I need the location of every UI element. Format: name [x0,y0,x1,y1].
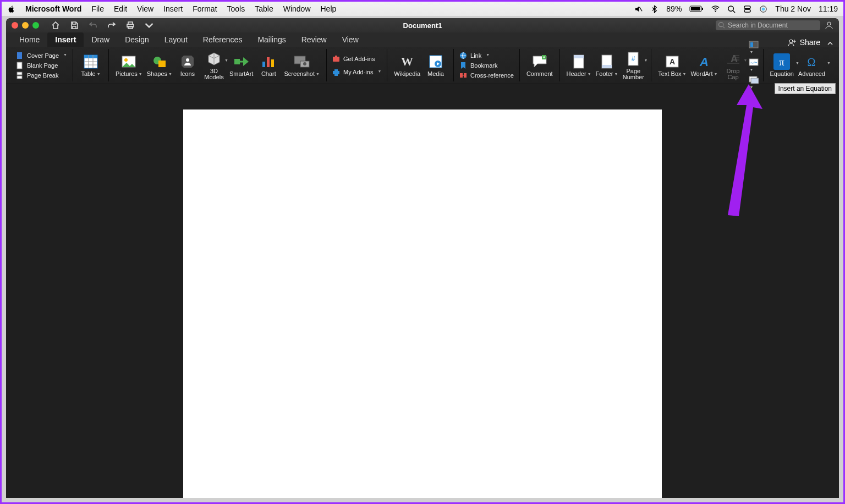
apple-icon[interactable] [7,5,15,13]
word-window: Document1 Search in Document Home Insert… [6,18,839,498]
table-button[interactable]: Table▼ [78,53,104,78]
menubar-time[interactable]: 11:19 [819,4,838,13]
menubar-date[interactable]: Thu 2 Nov [775,4,811,13]
bluetooth-icon[interactable] [650,5,659,13]
control-center-icon[interactable] [743,5,751,13]
wordart-button[interactable]: AWordArt▼ [688,53,720,78]
wikipedia-button[interactable]: WWikipedia [392,53,422,77]
group-links: Link▼ Bookmark Cross-reference [454,49,520,81]
icons-icon [179,53,196,70]
quick-parts-icon[interactable]: ▼ [749,41,759,55]
collapse-ribbon-icon[interactable] [827,40,833,47]
menu-insert[interactable]: Insert [163,4,183,13]
blank-page-button[interactable]: Blank Page [15,61,68,70]
group-header-footer: Header▼ Footer▼ #Page Number▼ [560,49,652,81]
chart-icon [260,53,277,70]
save-icon[interactable] [70,21,79,30]
mute-icon[interactable] [634,5,643,13]
svg-rect-31 [158,61,166,67]
close-window-button[interactable] [12,22,18,29]
tab-references[interactable]: References [195,32,250,47]
search-placeholder: Search in Document [728,21,788,29]
menu-help[interactable]: Help [321,4,337,13]
minimize-window-button[interactable] [22,22,29,29]
footer-button[interactable]: Footer▼ [594,53,621,78]
media-button[interactable]: Media [422,53,449,77]
tab-review[interactable]: Review [294,32,334,47]
my-addins-button[interactable]: My Add-ins▼ [331,68,382,76]
svg-text:π: π [780,56,785,68]
group-comment: Comment [520,49,560,81]
icons-button[interactable]: Icons [174,53,201,77]
comment-button[interactable]: Comment [524,53,555,77]
link-button[interactable]: Link▼ [458,51,515,60]
svg-point-10 [762,7,765,10]
share-button[interactable]: Share [788,38,820,47]
cover-page-button[interactable]: Cover Page▼ [15,51,68,60]
object-icon[interactable]: ▼ [749,76,759,90]
app-name[interactable]: Microsoft Word [25,4,81,13]
spotlight-icon[interactable] [727,5,736,13]
tab-draw[interactable]: Draw [84,32,117,47]
group-symbols: π Equation ▼ Ω Advanced ▼ [764,49,832,81]
signature-line-icon[interactable]: ▼ [749,58,759,73]
tab-insert[interactable]: Insert [47,32,84,47]
advanced-symbol-button[interactable]: Ω Advanced ▼ [796,53,827,77]
svg-text:A: A [731,53,738,64]
tab-view[interactable]: View [334,32,366,47]
document-page[interactable] [183,109,662,498]
print-icon[interactable] [126,21,135,30]
page-break-button[interactable]: Page Break [15,71,68,80]
3d-models-button[interactable]: 3D Models▼ [201,51,227,80]
table-icon [83,53,99,70]
document-area[interactable] [6,100,839,498]
menu-file[interactable]: File [91,4,104,13]
comment-icon [531,53,548,70]
menu-view[interactable]: View [137,4,153,13]
window-titlebar: Document1 Search in Document [6,18,839,32]
tab-mailings[interactable]: Mailings [250,32,293,47]
shapes-icon [151,53,168,70]
wifi-icon[interactable] [711,5,720,13]
svg-point-16 [827,22,831,25]
menu-table[interactable]: Table [255,4,273,13]
tab-layout[interactable]: Layout [157,32,195,47]
group-addins: Get Add-ins My Add-ins▼ [327,49,387,81]
cross-reference-button[interactable]: Cross-reference [458,71,515,80]
svg-rect-33 [234,59,240,64]
zoom-window-button[interactable] [32,22,39,29]
menu-format[interactable]: Format [193,4,217,13]
group-media: WWikipedia Media [387,49,454,81]
tab-design[interactable]: Design [117,32,157,47]
equation-button[interactable]: π Equation ▼ [768,53,796,77]
account-icon[interactable] [825,21,833,30]
svg-rect-23 [84,55,97,58]
undo-icon[interactable] [89,21,97,30]
svg-rect-35 [262,62,265,67]
get-addins-button[interactable]: Get Add-ins [331,54,382,63]
siri-icon[interactable] [759,5,767,13]
menu-window[interactable]: Window [283,4,311,13]
home-icon[interactable] [51,21,60,30]
shapes-button[interactable]: Shapes▼ [145,53,174,78]
text-box-button[interactable]: AText Box▼ [656,53,688,78]
search-input[interactable]: Search in Document [716,20,820,30]
screenshot-button[interactable]: Screenshot▼ [282,53,322,78]
chart-button[interactable]: Chart [255,53,282,77]
redo-icon[interactable] [107,21,116,30]
svg-rect-18 [17,52,22,59]
qat-customize-icon[interactable] [145,21,153,30]
tab-home[interactable]: Home [12,32,47,47]
header-button[interactable]: Header▼ [564,53,594,78]
pictures-button[interactable]: Pictures▼ [113,53,145,78]
svg-point-40 [303,62,306,65]
menu-tools[interactable]: Tools [227,4,245,13]
svg-point-17 [789,40,793,43]
menu-edit[interactable]: Edit [114,4,127,13]
drop-cap-button[interactable]: ADrop Cap▼ [720,51,747,80]
page-number-button[interactable]: #Page Number▼ [620,51,646,80]
svg-rect-37 [271,59,274,67]
smartart-button[interactable]: SmartArt [227,53,255,77]
pi-icon: π [773,53,790,70]
bookmark-button[interactable]: Bookmark [458,61,515,70]
